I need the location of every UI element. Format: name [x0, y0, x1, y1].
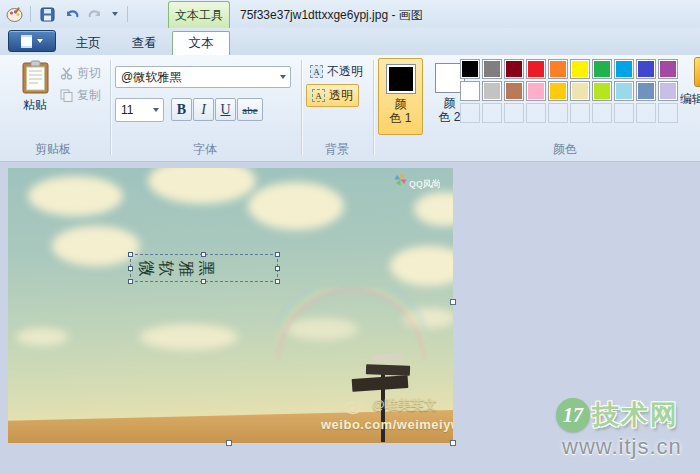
canvas-image[interactable]: QQ风尚 微软雅黑	[8, 168, 453, 443]
canvas-resize-handle-right[interactable]	[450, 299, 456, 305]
palette-cell[interactable]	[482, 81, 502, 101]
weibo-handle-text: @唯美英文	[372, 396, 437, 414]
cut-button[interactable]: 剪切	[60, 65, 101, 82]
font-family-select[interactable]: @微软雅黑	[115, 66, 291, 88]
underline-button[interactable]: U	[215, 98, 236, 121]
color-palette	[460, 59, 678, 123]
palette-cell-empty[interactable]	[592, 103, 612, 123]
palette-cell[interactable]	[548, 81, 568, 101]
textbox-handle-se[interactable]	[275, 279, 280, 284]
palette-cell-empty[interactable]	[614, 103, 634, 123]
palette-cell-empty[interactable]	[460, 103, 480, 123]
text-box[interactable]: 微软雅黑	[130, 254, 278, 282]
copy-label: 复制	[77, 87, 101, 104]
opaque-button[interactable]: A 不透明	[306, 61, 367, 82]
app-icon[interactable]	[4, 4, 24, 24]
palette-cell[interactable]	[460, 59, 480, 79]
palette-cell[interactable]	[570, 81, 590, 101]
copy-button[interactable]: 复制	[60, 87, 101, 104]
site-url: www.itjs.cn	[562, 434, 682, 460]
cloud	[248, 182, 344, 230]
palette-cell-empty[interactable]	[504, 103, 524, 123]
transparent-label: 透明	[329, 87, 353, 104]
font-size-value: 11	[116, 103, 149, 117]
palette-cell[interactable]	[504, 81, 524, 101]
edit-colors-button[interactable]: 编辑颜色	[684, 57, 700, 108]
palette-cell-empty[interactable]	[526, 103, 546, 123]
cloud	[16, 328, 68, 346]
palette-cell[interactable]	[614, 59, 634, 79]
save-button[interactable]	[37, 4, 57, 24]
cloud	[414, 192, 453, 226]
canvas-resize-handle-bottom[interactable]	[226, 440, 232, 446]
qq-watermark: QQ风尚	[394, 173, 441, 191]
customize-qat-button[interactable]	[109, 4, 121, 24]
color1-button[interactable]: 颜 色 1	[378, 58, 423, 135]
palette-cell[interactable]	[570, 59, 590, 79]
color1-label-line1: 颜	[395, 97, 407, 111]
chevron-down-icon[interactable]	[149, 108, 163, 112]
paste-button[interactable]: 粘贴	[12, 60, 58, 114]
clipboard-group-label: 剪贴板	[18, 141, 88, 158]
tab-view[interactable]: 查看	[118, 31, 170, 55]
textbox-handle-n[interactable]	[201, 252, 206, 257]
textbox-handle-s[interactable]	[201, 279, 206, 284]
palette-cell-empty[interactable]	[658, 103, 678, 123]
palette-cell-empty[interactable]	[570, 103, 590, 123]
palette-cell[interactable]	[460, 81, 480, 101]
bold-button[interactable]: B	[171, 98, 192, 121]
palette-cell[interactable]	[658, 81, 678, 101]
palette-cell[interactable]	[548, 59, 568, 79]
palette-cell[interactable]	[482, 59, 502, 79]
chevron-down-icon	[112, 12, 118, 16]
textbox-handle-sw[interactable]	[128, 279, 133, 284]
palette-cell[interactable]	[658, 59, 678, 79]
ribbon: 粘贴 剪切 复制 剪贴板 @微软雅黑 11 B I	[0, 55, 700, 162]
palette-cell-empty[interactable]	[636, 103, 656, 123]
group-divider	[373, 60, 374, 155]
palette-cell[interactable]	[614, 81, 634, 101]
palette-cell[interactable]	[636, 81, 656, 101]
paint-window: 文本工具 75f33e37jw1dttxxge6ypj.jpg - 画图 主页 …	[0, 0, 700, 474]
font-size-select[interactable]: 11	[115, 98, 164, 122]
textbox-handle-e[interactable]	[275, 266, 280, 271]
palette-cell[interactable]	[504, 59, 524, 79]
paste-label: 粘贴	[23, 97, 47, 114]
edit-colors-icon	[694, 57, 700, 87]
weibo-url-text: weibo.com/weimeiyw	[321, 417, 453, 432]
palette-cell[interactable]	[592, 59, 612, 79]
undo-icon	[63, 7, 80, 22]
window-title: 75f33e37jw1dttxxge6ypj.jpg - 画图	[240, 7, 423, 24]
chevron-down-icon[interactable]	[276, 75, 290, 79]
font-family-value: @微软雅黑	[116, 69, 276, 86]
titlebar[interactable]: 文本工具 75f33e37jw1dttxxge6ypj.jpg - 画图	[0, 0, 700, 28]
textbox-char: 软	[155, 261, 176, 277]
palette-cell[interactable]	[526, 81, 546, 101]
textbox-handle-w[interactable]	[128, 266, 133, 271]
colors-group-label: 颜色	[530, 141, 600, 158]
palette-cell[interactable]	[526, 59, 546, 79]
transparent-button[interactable]: A 透明	[306, 84, 359, 107]
tab-text[interactable]: 文本	[172, 31, 230, 55]
file-menu-button[interactable]	[8, 30, 56, 52]
undo-button[interactable]	[61, 4, 81, 24]
color1-label-line2: 色 1	[389, 111, 411, 125]
canvas-resize-handle-corner[interactable]	[450, 440, 456, 446]
color1-swatch	[386, 64, 416, 94]
redo-button[interactable]	[85, 4, 105, 24]
copy-icon	[60, 89, 73, 102]
palette-cell[interactable]	[636, 59, 656, 79]
textbox-handle-nw[interactable]	[128, 252, 133, 257]
strikethrough-button[interactable]: abe	[237, 98, 263, 121]
divider	[30, 6, 31, 22]
textbox-char: 雅	[175, 261, 196, 277]
italic-button[interactable]: I	[193, 98, 214, 121]
opaque-a-icon: A	[310, 65, 323, 78]
qq-watermark-text: QQ风尚	[409, 179, 441, 189]
edit-colors-label: 编辑颜色	[680, 91, 700, 108]
palette-cell-empty[interactable]	[548, 103, 568, 123]
tab-home[interactable]: 主页	[62, 31, 114, 55]
palette-cell[interactable]	[592, 81, 612, 101]
palette-cell-empty[interactable]	[482, 103, 502, 123]
textbox-handle-ne[interactable]	[275, 252, 280, 257]
